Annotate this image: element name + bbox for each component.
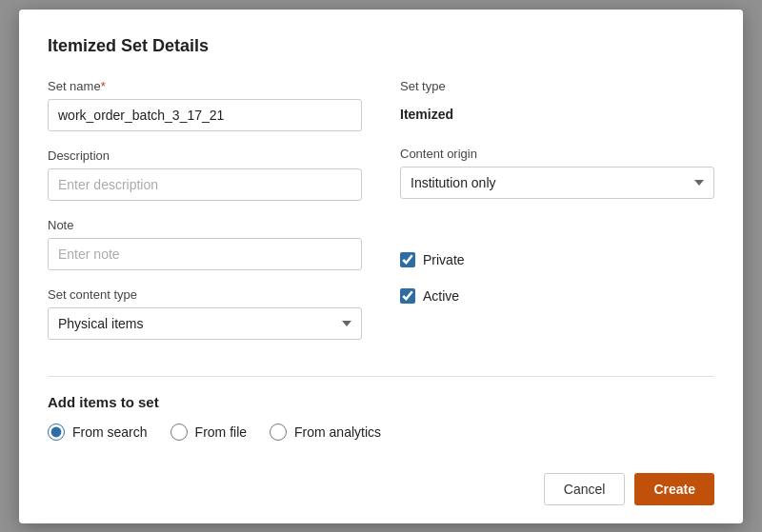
note-input[interactable] xyxy=(48,238,362,270)
active-label[interactable]: Active xyxy=(423,288,459,304)
required-indicator: * xyxy=(101,79,106,93)
set-name-label: Set name* xyxy=(48,79,362,93)
radio-from-search-label: From search xyxy=(72,424,148,440)
radio-from-analytics[interactable] xyxy=(270,424,287,441)
set-content-type-label: Set content type xyxy=(48,287,362,302)
private-checkbox[interactable] xyxy=(400,252,415,267)
modal-dialog: Itemized Set Details Set name* Descripti… xyxy=(19,10,743,523)
set-name-input[interactable] xyxy=(48,99,362,131)
checkboxes-area: Private Active xyxy=(400,216,714,304)
radio-from-analytics-label: From analytics xyxy=(294,424,381,440)
radio-from-analytics-option[interactable]: From analytics xyxy=(270,424,381,441)
set-type-group: Set type Itemized xyxy=(400,79,714,129)
description-input[interactable] xyxy=(48,168,362,201)
radio-from-file[interactable] xyxy=(170,424,188,441)
modal-footer: Cancel Create xyxy=(48,463,714,505)
add-items-radio-group: From search From file From analytics xyxy=(48,424,714,441)
add-items-section: Add items to set From search From file F… xyxy=(48,394,714,441)
set-content-type-select[interactable]: Physical items Electronic items Digital … xyxy=(48,307,362,340)
radio-from-file-label: From file xyxy=(195,424,247,440)
private-checkbox-group: Private xyxy=(400,245,714,267)
radio-from-search[interactable] xyxy=(48,424,65,441)
active-checkbox-group: Active xyxy=(400,281,714,304)
section-divider xyxy=(48,376,714,377)
content-origin-group: Content origin Institution only Network … xyxy=(400,147,714,199)
add-items-title: Add items to set xyxy=(48,394,714,410)
private-label[interactable]: Private xyxy=(423,252,465,267)
radio-from-file-option[interactable]: From file xyxy=(170,424,247,441)
set-type-label: Set type xyxy=(400,79,714,93)
content-origin-select[interactable]: Institution only Network All xyxy=(400,167,714,199)
description-group: Description xyxy=(48,148,362,201)
description-label: Description xyxy=(48,148,362,163)
set-content-type-group: Set content type Physical items Electron… xyxy=(48,287,362,340)
modal-backdrop: Itemized Set Details Set name* Descripti… xyxy=(0,0,762,532)
content-origin-label: Content origin xyxy=(400,147,714,161)
active-checkbox[interactable] xyxy=(400,288,415,304)
note-group: Note xyxy=(48,218,362,270)
cancel-button[interactable]: Cancel xyxy=(544,473,626,505)
modal-title: Itemized Set Details xyxy=(48,36,714,56)
create-button[interactable]: Create xyxy=(634,473,714,505)
set-type-value: Itemized xyxy=(400,99,714,129)
radio-from-search-option[interactable]: From search xyxy=(48,424,148,441)
set-name-group: Set name* xyxy=(48,79,362,131)
note-label: Note xyxy=(48,218,362,232)
